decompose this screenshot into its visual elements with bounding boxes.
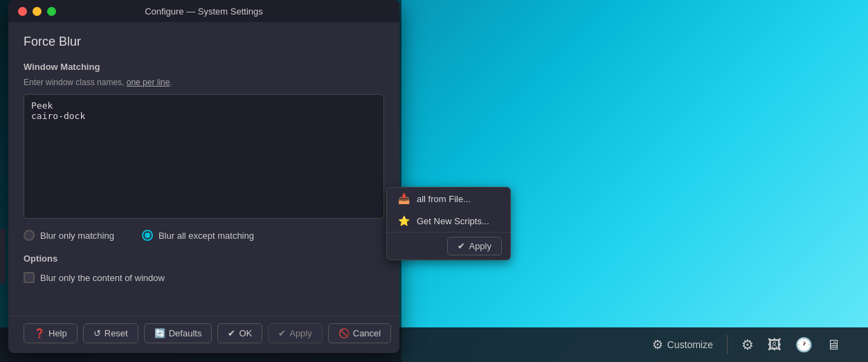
taskbar-image-icon[interactable]: 🖼 — [768, 337, 781, 353]
checkbox-blur-content[interactable]: Blur only the content of window — [24, 272, 384, 283]
apply-label: Apply — [289, 328, 312, 338]
radio-blur-except-indicator — [142, 230, 153, 241]
help-icon: ❓ — [34, 328, 45, 338]
dialog-content: Force Blur Window Matching Enter window … — [8, 22, 399, 316]
context-apply-button[interactable]: ✔ Apply — [447, 237, 502, 255]
context-apply-label: Apply — [469, 241, 491, 251]
context-apply-icon: ✔ — [458, 241, 465, 251]
description-underline: one per line — [127, 78, 170, 87]
install-file-label: all from File... — [417, 194, 471, 204]
ok-label: OK — [239, 328, 252, 338]
dialog-window: Configure — System Settings Force Blur W… — [8, 0, 399, 353]
title-bar: Configure — System Settings — [8, 0, 399, 22]
reset-button[interactable]: ↺ Reset — [83, 323, 138, 343]
left-partial-panel — [0, 228, 6, 284]
window-matching-label: Window Matching — [24, 62, 384, 72]
options-label: Options — [24, 253, 384, 264]
description-text: Enter window class names, one per line. — [24, 78, 384, 87]
install-file-icon: 📥 — [398, 193, 410, 204]
get-scripts-icon: ⭐ — [398, 215, 410, 226]
button-bar: ❓ Help ↺ Reset 🔄 Defaults ✔ OK ✔ Apply 🚫… — [8, 316, 399, 353]
radio-blur-only[interactable]: Blur only matching — [24, 230, 114, 241]
taskbar-settings-icon[interactable]: ⚙ — [741, 336, 754, 353]
get-scripts-label: Get New Scripts... — [417, 216, 489, 226]
customize-icon: ⚙ — [652, 337, 663, 352]
minimize-button[interactable] — [33, 7, 42, 16]
apply-button[interactable]: ✔ Apply — [268, 323, 323, 343]
context-menu: 📥 all from File... ⭐ Get New Scripts... … — [386, 187, 511, 260]
cancel-label: Cancel — [353, 328, 381, 338]
defaults-label: Defaults — [169, 328, 202, 338]
defaults-icon: 🔄 — [154, 328, 165, 338]
taskbar-divider — [727, 335, 727, 354]
help-label: Help — [48, 328, 67, 338]
checkbox-blur-content-box — [24, 272, 35, 283]
traffic-lights — [18, 7, 56, 16]
radio-blur-except[interactable]: Blur all except matching — [142, 230, 254, 241]
context-menu-item-install-file[interactable]: 📥 all from File... — [387, 188, 510, 210]
window-title: Configure — System Settings — [145, 6, 263, 17]
radio-group: Blur only matching Blur all except match… — [24, 230, 384, 241]
radio-blur-except-label: Blur all except matching — [159, 230, 254, 241]
radio-blur-only-label: Blur only matching — [40, 230, 114, 241]
taskbar-history-icon[interactable]: 🕐 — [795, 336, 813, 353]
taskbar-display-icon[interactable]: 🖥 — [826, 337, 840, 353]
cancel-icon: 🚫 — [338, 328, 350, 338]
customize-label: Customize — [667, 339, 713, 350]
help-button[interactable]: ❓ Help — [24, 323, 78, 343]
close-button[interactable] — [18, 7, 27, 16]
reset-icon: ↺ — [93, 328, 101, 338]
cancel-button[interactable]: 🚫 Cancel — [328, 323, 391, 343]
defaults-button[interactable]: 🔄 Defaults — [144, 323, 213, 343]
ok-icon: ✔ — [228, 328, 235, 338]
customize-button[interactable]: ⚙ Customize — [652, 337, 713, 352]
dialog-title: Force Blur — [24, 35, 384, 49]
apply-icon: ✔ — [278, 328, 286, 338]
checkbox-blur-content-label: Blur only the content of window — [40, 273, 165, 283]
reset-label: Reset — [105, 328, 128, 338]
maximize-button[interactable] — [47, 7, 56, 16]
context-menu-footer: ✔ Apply — [387, 232, 510, 260]
window-classes-textarea[interactable]: Peek cairo-dock — [24, 94, 384, 219]
context-menu-item-get-scripts[interactable]: ⭐ Get New Scripts... — [387, 210, 510, 232]
radio-blur-only-indicator — [24, 230, 35, 241]
ok-button[interactable]: ✔ OK — [217, 323, 262, 343]
